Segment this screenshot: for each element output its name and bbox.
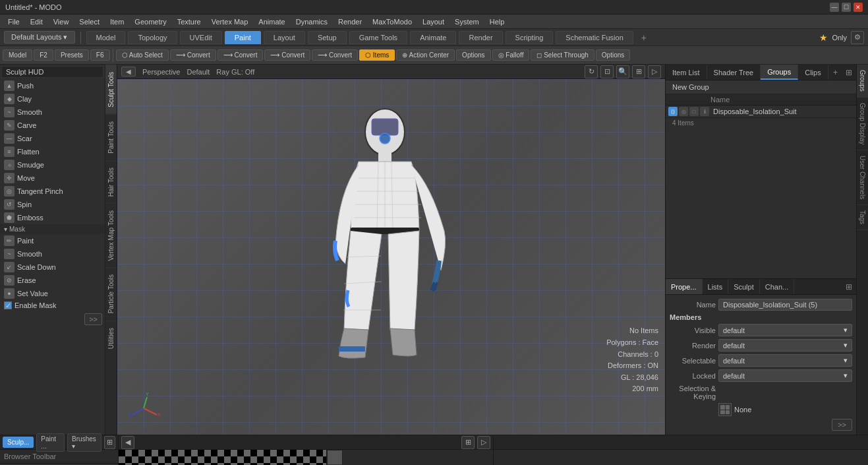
menu-geometry[interactable]: Geometry	[129, 16, 171, 27]
tab-clips[interactable]: Clips	[798, 65, 828, 80]
btab-brushes[interactable]: Brushes ▾	[67, 433, 101, 452]
convert-button-1[interactable]: ⟶ Convert	[170, 49, 216, 61]
viewport-content[interactable]: No Items Polygons : Face Channels : 0 De…	[117, 79, 665, 435]
selectable-dropdown[interactable]: default ▾	[718, 354, 852, 367]
expand-bottom-left-icon[interactable]: ⊞	[104, 436, 115, 449]
tool-smooth-mask[interactable]: ~ Smooth	[0, 247, 105, 261]
tool-move[interactable]: ✛ Move	[0, 171, 105, 185]
expand-right-icon[interactable]: ⊞	[842, 68, 856, 77]
rvtab-groups[interactable]: Groups	[857, 65, 868, 98]
viewport-search-icon[interactable]: 🔍	[616, 65, 629, 78]
group-select-icon[interactable]: □	[689, 107, 699, 116]
close-button[interactable]: ✕	[854, 3, 863, 12]
convert-button-3[interactable]: ⟶ Convert	[264, 49, 310, 61]
tab-render[interactable]: Render	[459, 31, 502, 44]
model-mode-button[interactable]: Model	[3, 49, 32, 61]
prev-icon[interactable]: ◀	[121, 436, 134, 449]
options-button-1[interactable]: Options	[456, 49, 490, 61]
viewport-expand-icon[interactable]: ▷	[648, 65, 661, 78]
group-visibility-icon[interactable]: ⟨⟩	[668, 107, 678, 116]
menu-animate[interactable]: Animate	[253, 16, 290, 27]
props-expand-button[interactable]: >>	[832, 419, 852, 431]
presets-button[interactable]: Presets	[55, 49, 89, 61]
viewport-rotate-icon[interactable]: ↻	[585, 65, 598, 78]
menu-help[interactable]: Help	[484, 16, 510, 27]
vtab-vertex-map-tools[interactable]: Vertex Map Tools	[105, 203, 117, 268]
tool-spin[interactable]: ↺ Spin	[0, 198, 105, 211]
tool-set-value[interactable]: ● Set Value	[0, 287, 105, 300]
name-prop-value[interactable]: Disposable_Isolation_Suit (5)	[718, 299, 852, 311]
tab-shader-tree[interactable]: Shader Tree	[707, 65, 761, 80]
tab-groups[interactable]: Groups	[761, 65, 798, 80]
tab-paint[interactable]: Paint	[225, 31, 261, 44]
group-row-isolation-suit[interactable]: ⟨⟩ ◎ □ ℹ Disposable_Isolation_Suit	[666, 106, 856, 118]
menu-edit[interactable]: Edit	[25, 16, 48, 27]
expand-props-icon[interactable]: ⊞	[842, 282, 856, 292]
falloff-button[interactable]: ◎ Falloff	[492, 49, 530, 61]
expand-button[interactable]: >>	[84, 313, 102, 325]
tab-item-list[interactable]: Item List	[666, 65, 707, 80]
ptab-sculpt[interactable]: Sculpt	[728, 279, 760, 294]
viewport-fit-icon[interactable]: ⊞	[632, 65, 645, 78]
tool-smooth[interactable]: ~ Smooth	[0, 106, 105, 119]
menu-vertex-map[interactable]: Vertex Map	[206, 16, 254, 27]
visible-dropdown[interactable]: default ▾	[718, 324, 852, 336]
tool-flatten[interactable]: ≡ Flatten	[0, 145, 105, 158]
default-layouts-dropdown[interactable]: Default Layouts ▾	[4, 31, 75, 44]
tool-scale-down[interactable]: ↙ Scale Down	[0, 261, 105, 274]
menu-view[interactable]: View	[48, 16, 74, 27]
menu-layout[interactable]: Layout	[417, 16, 449, 27]
tab-animate[interactable]: Animate	[410, 31, 456, 44]
tab-scripting[interactable]: Scripting	[506, 31, 554, 44]
options-button-2[interactable]: Options	[596, 49, 630, 61]
tab-setup[interactable]: Setup	[308, 31, 347, 44]
vtab-sculpt-tools[interactable]: Sculpt Tools	[105, 65, 117, 114]
menu-file[interactable]: File	[3, 16, 25, 27]
f2-button[interactable]: F2	[34, 49, 53, 61]
tool-erase[interactable]: ⊘ Erase	[0, 274, 105, 287]
tab-uvedit[interactable]: UVEdit	[180, 31, 222, 44]
menu-item[interactable]: Item	[105, 16, 129, 27]
vtab-utilities[interactable]: Utilities	[105, 321, 117, 356]
viewport[interactable]: ◀ Perspective Default Ray GL: Off ↻ ⊡ 🔍 …	[117, 65, 665, 435]
bottom-mid-options-icon[interactable]: ▷	[477, 436, 490, 449]
tool-push[interactable]: ▲ Push	[0, 79, 105, 92]
add-tab-icon[interactable]: +	[829, 68, 842, 77]
group-info-icon[interactable]: ℹ	[700, 107, 709, 116]
group-render-icon[interactable]: ◎	[679, 107, 688, 116]
rvtab-tags[interactable]: Tags	[857, 205, 868, 230]
f6-button[interactable]: F6	[90, 49, 110, 61]
menu-maxtomodo[interactable]: MaxToModo	[367, 16, 417, 27]
render-dropdown[interactable]: default ▾	[718, 339, 852, 352]
settings-icon[interactable]: ⚙	[851, 31, 864, 44]
viewport-nav-left[interactable]: ◀	[121, 67, 136, 77]
menu-render[interactable]: Render	[333, 16, 367, 27]
viewport-reset-icon[interactable]: ⊡	[600, 65, 614, 78]
rvtab-group-display[interactable]: Group Display	[857, 98, 868, 150]
select-through-button[interactable]: ◻ Select Through	[531, 49, 594, 61]
vtab-paint-tools[interactable]: Paint Tools	[105, 114, 117, 160]
rvtab-user-channels[interactable]: User Channels	[857, 150, 868, 205]
btab-paint[interactable]: Paint ...	[36, 433, 65, 452]
tab-topology[interactable]: Topology	[128, 31, 177, 44]
maximize-button[interactable]: ☐	[842, 3, 851, 12]
ptab-lists[interactable]: Lists	[703, 279, 729, 294]
enable-mask-checkbox[interactable]: ✓ Enable Mask	[0, 300, 105, 311]
menu-select[interactable]: Select	[74, 16, 105, 27]
items-button[interactable]: ⬡ Items	[359, 49, 395, 61]
action-center-button[interactable]: ⊕ Action Center	[396, 49, 455, 61]
menu-texture[interactable]: Texture	[172, 16, 206, 27]
convert-button-4[interactable]: ⟶ Convert	[312, 49, 358, 61]
vtab-particle-tools[interactable]: Particle Tools	[105, 267, 117, 320]
menu-system[interactable]: System	[449, 16, 484, 27]
tab-model[interactable]: Model	[86, 31, 126, 44]
ptab-channels[interactable]: Chan...	[760, 279, 794, 294]
minimize-button[interactable]: —	[830, 3, 839, 12]
menu-dynamics[interactable]: Dynamics	[291, 16, 333, 27]
new-group-button[interactable]: New Group	[666, 80, 856, 94]
locked-dropdown[interactable]: default ▾	[718, 369, 852, 382]
tool-emboss[interactable]: ⬟ Emboss	[0, 211, 105, 224]
sculpt-hud[interactable]: Sculpt HUD	[1, 66, 103, 78]
btab-sculpt[interactable]: Sculp...	[3, 437, 34, 448]
vtab-hair-tools[interactable]: Hair Tools	[105, 160, 117, 203]
